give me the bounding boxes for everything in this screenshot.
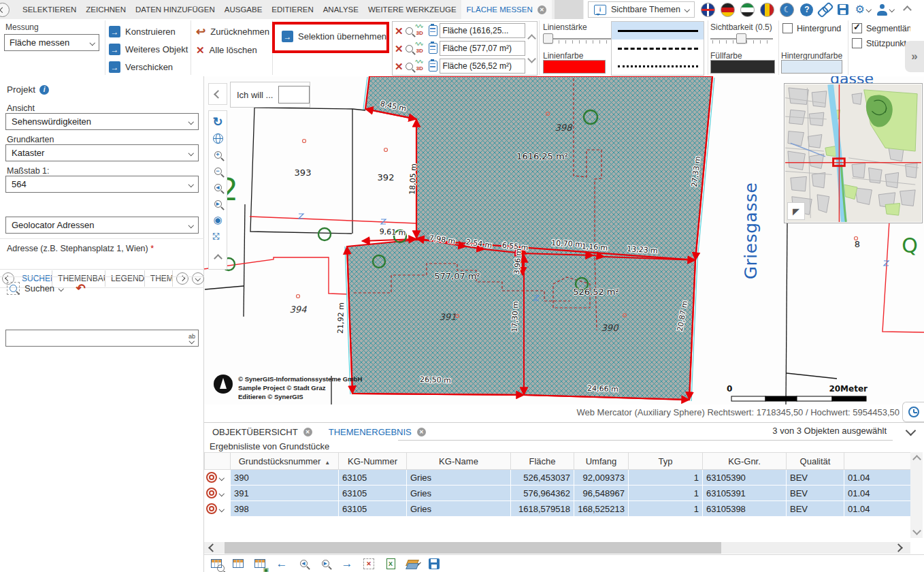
fuellfarbe-swatch[interactable] [710, 60, 775, 74]
map-tool-locate[interactable] [210, 212, 226, 228]
zoom-prev-button[interactable]: ◂ [297, 557, 310, 571]
measure-item-0[interactable]: Fläche (1616,25... [440, 23, 525, 38]
zoom-to-measure-icon[interactable] [406, 45, 413, 52]
line-style-dotted[interactable] [612, 57, 704, 75]
row-menu-icon[interactable] [219, 491, 225, 496]
column-header-extra[interactable] [844, 453, 911, 470]
table-search-button[interactable] [210, 557, 223, 571]
adresse-input[interactable]: ab [5, 330, 199, 347]
overview-toggle-button[interactable]: ◤ [787, 202, 805, 220]
zoom-next-button[interactable]: ▸ [318, 557, 332, 571]
settings-button[interactable]: ⚙ [855, 4, 870, 15]
copy-measure-icon[interactable] [429, 25, 438, 36]
copy-measure-icon[interactable] [429, 43, 438, 54]
sidebar-tab-them[interactable]: THEM [145, 270, 173, 287]
collapse-ribbon-icon[interactable] [903, 5, 912, 14]
row-menu-icon[interactable] [219, 475, 225, 481]
column-header-qualit-t[interactable]: Qualität [787, 453, 844, 470]
map-tool-zoom-in[interactable]: + [210, 146, 226, 163]
measure-item-1[interactable]: Fläche (577,07 m²) [440, 41, 525, 56]
column-header-grundst-cksnummer[interactable]: Grundstücksnummer▲ [231, 453, 339, 470]
help-icon[interactable]: ? [800, 3, 813, 16]
tab-flaeche-messen[interactable]: FLÄCHE MESSEN ✕ [461, 0, 552, 19]
tab-stub[interactable] [555, 0, 583, 19]
map-tool-zoom-out[interactable]: − [210, 163, 226, 179]
konstruieren-button[interactable]: Konstruieren [109, 26, 176, 37]
flag-crescent-icon[interactable]: ☾ [780, 3, 794, 17]
profile-3d-icon[interactable] [415, 43, 427, 54]
ansicht-select[interactable]: Sehenswürdigkeiten [5, 113, 199, 130]
table-button[interactable] [231, 557, 245, 571]
map-tool-collapse[interactable] [210, 250, 226, 266]
measured-area-1616[interactable] [365, 76, 712, 260]
zoom-to-feature-icon[interactable] [206, 488, 217, 498]
user-button[interactable] [876, 4, 894, 16]
arrow-left-button[interactable]: ← [275, 557, 288, 571]
zoom-to-feature-icon[interactable] [206, 503, 217, 514]
expand-panel-button[interactable]: » [905, 41, 924, 72]
zoom-to-feature-icon[interactable] [206, 472, 217, 483]
linienstaerke-slider[interactable] [543, 33, 619, 45]
excel-export-button[interactable]: X [384, 557, 397, 571]
clear-selection-button[interactable]: ✕ [362, 557, 376, 571]
map-tool-globe[interactable] [210, 130, 226, 146]
info-icon[interactable]: i [39, 85, 49, 95]
hintergrundfarbe-swatch[interactable] [781, 60, 842, 74]
line-style-dashed[interactable] [612, 39, 704, 57]
close-icon[interactable]: ✕ [417, 428, 426, 436]
linienfarbe-swatch[interactable] [543, 60, 606, 74]
close-icon[interactable]: ✕ [538, 5, 546, 14]
menu-item-ausgabe[interactable]: AUSGABE [220, 0, 267, 19]
history-clock-button[interactable] [902, 402, 924, 422]
scroll-up-icon[interactable] [912, 455, 921, 464]
grundkarten-select[interactable]: Kataster [5, 144, 199, 161]
flag-de-icon[interactable] [721, 3, 735, 17]
pin-panel-icon[interactable] [0, 3, 10, 17]
column-header-fl-che[interactable]: Fläche [511, 453, 574, 470]
massstab-select[interactable]: 564 [5, 176, 199, 193]
reset-search-icon[interactable] [76, 283, 86, 294]
profile-3d-icon[interactable] [415, 61, 427, 72]
line-style-solid[interactable] [612, 22, 704, 39]
tabs-list-button[interactable] [192, 272, 204, 285]
delete-measure-icon[interactable] [395, 61, 403, 72]
scroll-right-icon[interactable] [894, 543, 903, 552]
slider-thumb[interactable] [543, 33, 553, 44]
menu-item-editieren[interactable]: EDITIEREN [267, 0, 318, 19]
save-icon[interactable] [838, 4, 848, 15]
overview-map[interactable]: ◤ [784, 83, 923, 223]
scroll-left-icon[interactable] [208, 543, 217, 552]
geolocator-select[interactable]: Geolocator Adressen [5, 217, 199, 234]
stuetzpunkte-checkbox[interactable]: Stützpunkte [852, 38, 910, 48]
menu-item-zeichnen[interactable]: ZEICHNEN [81, 0, 131, 19]
slider-thumb[interactable] [736, 33, 746, 44]
flag-ro-icon[interactable] [760, 3, 774, 17]
table-vertical-scrollbar[interactable] [910, 452, 923, 538]
arrow-right-button[interactable]: → [340, 557, 354, 571]
zuruecknehmen-button[interactable]: Zurücknehmen [196, 26, 269, 37]
map-tool-full-extent[interactable] [210, 228, 226, 244]
link-icon[interactable] [819, 3, 831, 16]
menu-item-daten-hinzuf-gen[interactable]: DATEN HINZUFÜGEN [131, 0, 220, 19]
column-header-kg-name[interactable]: KG-Name [407, 453, 511, 470]
hintergrund-checkbox[interactable]: Hintergrund [782, 23, 841, 33]
table-row[interactable]: 39163105Gries576,96436296,54896716310539… [205, 486, 911, 501]
transparency-button[interactable] [406, 557, 419, 571]
delete-measure-icon[interactable] [395, 26, 403, 36]
map-tool-refresh[interactable] [210, 114, 226, 130]
row-menu-icon[interactable] [219, 507, 225, 512]
visible-themes-dropdown[interactable]: i Sichtbare Themen [588, 1, 695, 18]
messung-select[interactable]: Fläche messen [4, 34, 99, 51]
profile-3d-icon[interactable] [415, 25, 427, 36]
menu-item-selektieren[interactable]: SELEKTIEREN [18, 0, 81, 19]
table-new-button[interactable]: ▣ [253, 557, 267, 571]
weiteres-objekt-button[interactable]: Weiteres Objekt [109, 44, 188, 55]
flag-uk-icon[interactable] [701, 3, 715, 17]
table-horizontal-scrollbar[interactable] [204, 542, 910, 554]
column-header-umfang[interactable]: Umfang [574, 453, 629, 470]
sichtbarkeit-slider[interactable] [710, 33, 773, 45]
measured-area-577-526[interactable] [347, 240, 695, 400]
sidebar-collapse-button[interactable] [208, 83, 227, 105]
copy-measure-icon[interactable] [429, 61, 438, 72]
zoom-to-measure-icon[interactable] [406, 63, 413, 70]
